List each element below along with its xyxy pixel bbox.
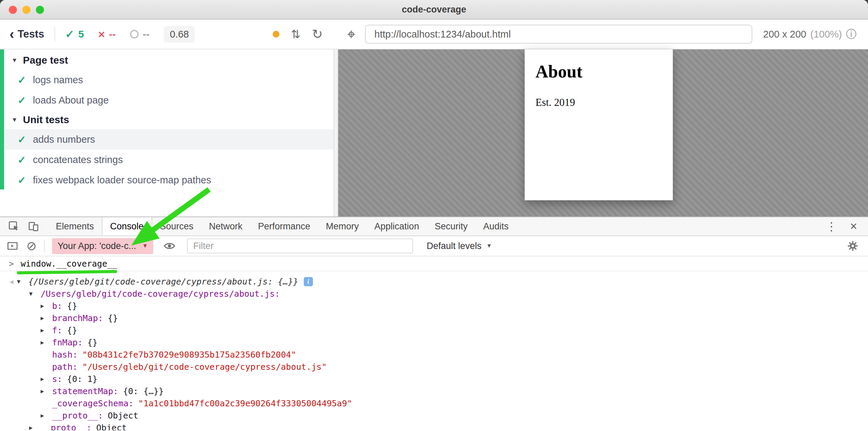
disclosure-triangle-icon[interactable]: ▼ [17, 278, 28, 285]
evaluated-info-icon[interactable]: i [304, 277, 313, 286]
tab-elements[interactable]: Elements [48, 217, 102, 235]
viewport-info: 200 x 200 (100%) ⓘ [763, 27, 856, 41]
divider [54, 27, 55, 42]
tree-row[interactable]: ▶ statementMap: {0: {…}} [0, 385, 868, 397]
close-window-button[interactable] [9, 6, 17, 14]
console-toolbar: ⊘ Your App: 'code-c... ▼ Default levels … [0, 236, 868, 256]
test-name: fixes webpack loader source-map pathes [33, 175, 211, 186]
auto-scroll-icon[interactable]: ⇅ [291, 27, 301, 41]
test-row[interactable]: ✓ logs names [0, 70, 334, 90]
result-arrow-icon: ◀ [6, 278, 17, 285]
disclosure-triangle-icon[interactable]: ▶ [41, 302, 52, 309]
console-settings-gear-icon[interactable] [847, 240, 868, 252]
disclosure-triangle-icon[interactable]: ▶ [41, 327, 52, 334]
tree-row[interactable]: path: "/Users/gleb/git/code-coverage/cyp… [0, 361, 868, 373]
log-levels-label: Default levels [427, 241, 481, 251]
test-row[interactable]: ✓ adds numbers [0, 129, 334, 150]
test-reporter: ▼ Page test ✓ logs names ✓ loads About p… [0, 49, 334, 217]
cypress-toolbar-left: ‹ Tests ✓ 5 × -- -- 0.68 ⇅ ↻ [0, 26, 338, 43]
collapse-triangle-icon[interactable]: ▼ [12, 116, 18, 123]
devtools-tabbar: Elements Console Sources Network Perform… [0, 217, 868, 236]
context-label: Your App: 'code-c... [58, 241, 136, 251]
property-name: __proto__: [41, 423, 92, 431]
titlebar: code-coverage [0, 0, 868, 20]
divider [44, 240, 45, 252]
reporter-divider[interactable] [334, 49, 338, 217]
disclosure-triangle-icon[interactable]: ▶ [41, 388, 52, 394]
viewport-zoom: (100%) [810, 29, 842, 40]
suite-title: Page test [23, 54, 68, 66]
console-sidebar-icon[interactable] [7, 240, 18, 252]
disclosure-triangle-icon[interactable]: ▶ [41, 412, 52, 419]
tree-row[interactable]: ▶ branchMap: {} [0, 312, 868, 324]
device-toolbar-icon[interactable] [28, 221, 39, 232]
property-value: "08b431c2fe7b37029e908935b175a23560fb200… [82, 350, 296, 360]
failed-count-value: -- [109, 28, 116, 40]
close-icon[interactable]: × [850, 219, 857, 233]
about-heading: About [535, 62, 673, 82]
console-command-row[interactable]: > window.__coverage__ [0, 256, 868, 271]
collapse-triangle-icon[interactable]: ▼ [12, 57, 18, 64]
about-subtext: Est. 2019 [535, 96, 673, 109]
check-icon: ✓ [18, 94, 26, 106]
tree-row[interactable]: ▶ f: {} [0, 324, 868, 336]
content-area: ▼ Page test ✓ logs names ✓ loads About p… [0, 49, 868, 217]
disclosure-triangle-icon[interactable]: ▶ [29, 424, 41, 430]
tree-row[interactable]: ▶ b: {} [0, 300, 868, 312]
failed-count: × -- [98, 28, 116, 41]
app-preview-pane: About Est. 2019 [338, 49, 868, 217]
property-value: "/Users/gleb/git/code-coverage/cypress/a… [82, 362, 326, 372]
check-icon: ✓ [18, 154, 26, 166]
selector-playground-icon[interactable]: ⌖ [347, 26, 356, 43]
console-filter-input[interactable] [187, 239, 413, 253]
app-iframe[interactable]: About Est. 2019 [525, 49, 673, 200]
check-icon: ✓ [18, 174, 26, 186]
info-icon[interactable]: ⓘ [846, 27, 856, 41]
disclosure-triangle-icon[interactable]: ▶ [41, 339, 52, 346]
url-input[interactable] [365, 25, 752, 44]
live-expression-eye-icon[interactable] [163, 240, 176, 252]
test-row[interactable]: ✓ concatenates strings [0, 150, 334, 170]
refresh-icon[interactable]: ↻ [312, 27, 323, 42]
zoom-window-button[interactable] [36, 6, 44, 14]
test-row[interactable]: ✓ fixes webpack loader source-map pathes [0, 170, 334, 190]
tab-application[interactable]: Application [367, 217, 427, 235]
kebab-menu-icon[interactable]: ⋮ [826, 220, 837, 233]
inspect-element-icon[interactable] [8, 221, 20, 232]
chevron-left-icon: ‹ [9, 29, 14, 39]
pending-count: -- [130, 28, 150, 40]
test-name: concatenates strings [33, 154, 123, 165]
disclosure-triangle-icon[interactable]: ▶ [41, 315, 52, 321]
tab-console[interactable]: Console [102, 217, 152, 235]
suite-unit-tests[interactable]: ▼ Unit tests [0, 110, 334, 129]
tree-row[interactable]: ▶ fnMap: {} [0, 336, 868, 348]
tab-memory[interactable]: Memory [318, 217, 367, 235]
tree-row[interactable]: ▶ __proto__: Object [0, 409, 868, 422]
tab-performance[interactable]: Performance [250, 217, 318, 235]
disclosure-triangle-icon[interactable]: ▶ [41, 376, 52, 382]
tree-row[interactable]: ▼ /Users/gleb/git/code-coverage/cypress/… [0, 288, 868, 300]
test-name: adds numbers [33, 134, 95, 145]
tree-row[interactable]: ▶ s: {0: 1} [0, 373, 868, 385]
tree-row[interactable]: _coverageSchema: "1a1c01bbd47fc00a2c39e9… [0, 397, 868, 409]
tab-audits[interactable]: Audits [475, 217, 516, 235]
tab-sources[interactable]: Sources [152, 217, 201, 235]
property-name: path: [52, 362, 77, 372]
test-row[interactable]: ✓ loads About page [0, 90, 334, 110]
property-name: /Users/gleb/git/code-coverage/cypress/ab… [41, 289, 280, 299]
tree-row[interactable]: hash: "08b431c2fe7b37029e908935b175a2356… [0, 348, 868, 361]
tab-security[interactable]: Security [427, 217, 476, 235]
log-levels-select[interactable]: Default levels ▼ [427, 241, 492, 251]
tree-row[interactable]: ▶ __proto__: Object [0, 422, 868, 430]
minimize-window-button[interactable] [22, 6, 30, 14]
object-preview: {/Users/gleb/git/code-coverage/cypress/a… [28, 277, 298, 287]
console-output[interactable]: > window.__coverage__ ◀ ▼ {/Users/gleb/g… [0, 256, 868, 430]
disclosure-triangle-icon[interactable]: ▼ [29, 290, 41, 297]
clear-console-icon[interactable]: ⊘ [26, 239, 37, 253]
suite-page-test[interactable]: ▼ Page test [0, 51, 334, 70]
javascript-context-select[interactable]: Your App: 'code-c... ▼ [52, 238, 153, 254]
back-to-tests-button[interactable]: ‹ Tests [9, 28, 44, 40]
result-preview-row[interactable]: ◀ ▼ {/Users/gleb/git/code-coverage/cypre… [0, 275, 868, 288]
check-icon: ✓ [18, 134, 26, 145]
tab-network[interactable]: Network [201, 217, 250, 235]
